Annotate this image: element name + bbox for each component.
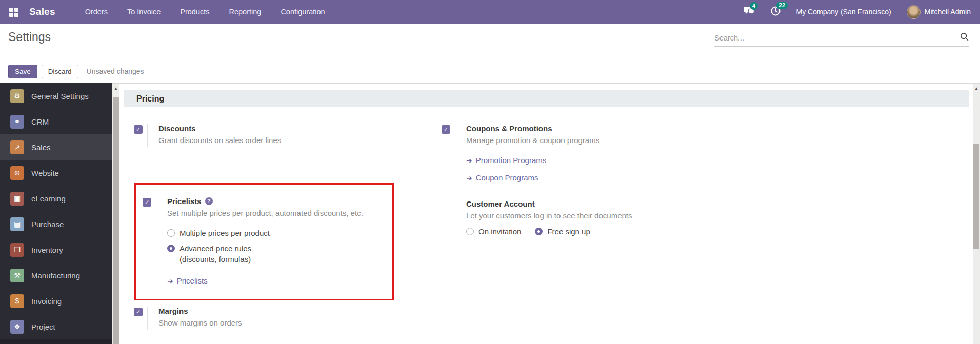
sidebar-item-label: Sales bbox=[31, 143, 51, 152]
nav-item-products[interactable]: Products bbox=[180, 1, 209, 23]
sidebar-item-label: Manufacturing bbox=[31, 271, 80, 280]
setting-margins: ✓ Margins Show margins on orders bbox=[134, 307, 431, 330]
sidebar-item-crm[interactable]: ⚭ CRM bbox=[0, 109, 112, 134]
option-advanced-rules: Advanced price rules bbox=[167, 244, 363, 253]
margins-checkbox[interactable]: ✓ bbox=[134, 308, 143, 316]
purchase-card-icon: ▤ bbox=[10, 217, 24, 231]
multiple-prices-radio[interactable] bbox=[167, 229, 175, 237]
sidebar-item-general-settings[interactable]: ⚙ General Settings bbox=[0, 83, 112, 109]
sidebar-item-label: Project bbox=[31, 322, 55, 331]
settings-content: Pricing ✓ Discounts Grant discounts on s… bbox=[119, 83, 973, 344]
advanced-rules-label: Advanced price rules bbox=[179, 244, 251, 253]
company-switcher[interactable]: My Company (San Francisco) bbox=[796, 8, 891, 16]
search-box bbox=[714, 32, 969, 47]
coupon-programs-link[interactable]: ➜ Coupon Programs bbox=[466, 173, 599, 182]
right-arrow-icon: ➜ bbox=[466, 174, 472, 182]
pricelists-label: Pricelists bbox=[167, 197, 202, 206]
settings-left-column: ✓ Discounts Grant discounts on sales ord… bbox=[124, 124, 431, 330]
sidebar-item-label: CRM bbox=[31, 117, 49, 126]
crm-handshake-icon: ⚭ bbox=[10, 115, 24, 129]
pricelists-checkbox[interactable]: ✓ bbox=[143, 198, 151, 207]
user-name: Mitchell Admin bbox=[925, 8, 971, 16]
sidebar-item-label: eLearning bbox=[31, 194, 66, 203]
page-title: Settings bbox=[8, 30, 51, 44]
messages-badge: 4 bbox=[750, 2, 758, 10]
coupons-desc: Manage promotion & coupon programs bbox=[466, 136, 599, 145]
free-sign-up-radio[interactable] bbox=[535, 228, 543, 235]
sidebar-item-label: Website bbox=[31, 169, 59, 177]
option-multiple-prices: Multiple prices per product bbox=[167, 229, 363, 237]
promotion-programs-link[interactable]: ➜ Promotion Programs bbox=[466, 156, 599, 165]
settings-left-scrollbar[interactable]: ▲ bbox=[112, 83, 119, 344]
activities-badge: 22 bbox=[776, 2, 788, 9]
nav-item-to-invoice[interactable]: To Invoice bbox=[127, 1, 161, 23]
promotion-programs-label: Promotion Programs bbox=[476, 156, 547, 165]
sidebar-item-label: Purchase bbox=[31, 220, 64, 229]
activities-menu[interactable]: 22 bbox=[770, 6, 781, 18]
margins-desc: Show margins on orders bbox=[158, 318, 242, 327]
discounts-label: Discounts bbox=[158, 124, 281, 133]
inventory-box-icon: ❒ bbox=[10, 243, 24, 257]
sidebar-item-sales[interactable]: ↗ Sales bbox=[0, 134, 112, 160]
search-icon[interactable] bbox=[960, 32, 969, 43]
project-puzzle-icon: ❖ bbox=[10, 320, 24, 334]
top-navbar: Sales Orders To Invoice Products Reporti… bbox=[0, 0, 980, 24]
unsaved-changes-status: Unsaved changes bbox=[87, 67, 144, 75]
sidebar-item-elearning[interactable]: ▣ eLearning bbox=[0, 186, 112, 211]
on-invitation-radio[interactable] bbox=[466, 228, 474, 235]
settings-app-sidebar: ⚙ General Settings ⚭ CRM ↗ Sales ⊕ Websi… bbox=[0, 83, 112, 344]
highlight-box: ✓ Pricelists ? Set multiple prices per p… bbox=[134, 183, 394, 300]
sidebar-next-item-partial bbox=[0, 339, 112, 344]
coupons-label: Coupons & Promotions bbox=[466, 124, 599, 133]
nav-item-reporting[interactable]: Reporting bbox=[229, 1, 262, 23]
page-right-scrollbar[interactable]: ▲ bbox=[973, 83, 980, 344]
scroll-up-icon[interactable]: ▲ bbox=[112, 84, 119, 91]
app-brand[interactable]: Sales bbox=[29, 6, 55, 17]
pricelists-link-label: Pricelists bbox=[177, 276, 208, 285]
advanced-rules-radio[interactable] bbox=[167, 245, 175, 252]
manufacturing-wrench-icon: ⚒ bbox=[10, 269, 24, 282]
coupons-checkbox[interactable]: ✓ bbox=[442, 125, 450, 134]
sidebar-item-inventory[interactable]: ❒ Inventory bbox=[0, 237, 112, 262]
sidebar-item-invoicing[interactable]: $ Invoicing bbox=[0, 288, 112, 314]
sidebar-item-manufacturing[interactable]: ⚒ Manufacturing bbox=[0, 262, 112, 288]
discounts-checkbox[interactable]: ✓ bbox=[134, 125, 143, 134]
setting-coupons: ✓ Coupons & Promotions Manage promotion … bbox=[442, 124, 739, 185]
right-arrow-icon: ➜ bbox=[167, 277, 173, 285]
elearning-board-icon: ▣ bbox=[10, 192, 24, 206]
help-icon[interactable]: ? bbox=[205, 197, 213, 205]
customer-account-desc: Let your customers log in to see their d… bbox=[466, 211, 632, 220]
discard-button[interactable]: Discard bbox=[42, 65, 78, 78]
sidebar-item-website[interactable]: ⊕ Website bbox=[0, 160, 112, 186]
nav-menu: Orders To Invoice Products Reporting Con… bbox=[85, 1, 325, 23]
sidebar-item-label: Invoicing bbox=[31, 297, 62, 306]
sidebar-item-label: Inventory bbox=[31, 246, 63, 254]
search-input[interactable] bbox=[714, 34, 960, 42]
save-button[interactable]: Save bbox=[8, 65, 37, 78]
sidebar-item-project[interactable]: ❖ Project bbox=[0, 314, 112, 339]
coupon-programs-label: Coupon Programs bbox=[476, 173, 538, 182]
multiple-prices-label: Multiple prices per product bbox=[179, 229, 270, 237]
scrollbar-thumb[interactable] bbox=[973, 144, 979, 249]
pricelists-desc: Set multiple prices per product, automat… bbox=[167, 209, 363, 217]
apps-menu-icon[interactable] bbox=[9, 8, 18, 16]
user-avatar bbox=[907, 5, 921, 19]
pricelists-link[interactable]: ➜ Pricelists bbox=[167, 276, 363, 285]
invoicing-dollar-doc-icon: $ bbox=[10, 294, 24, 308]
right-arrow-icon: ➜ bbox=[466, 156, 472, 165]
nav-item-orders[interactable]: Orders bbox=[85, 1, 108, 23]
website-globe-icon: ⊕ bbox=[10, 166, 24, 180]
sidebar-item-label: General Settings bbox=[31, 92, 89, 100]
option-free-sign-up: Free sign up bbox=[535, 227, 590, 236]
settings-right-column: ✓ Coupons & Promotions Manage promotion … bbox=[431, 124, 739, 238]
customer-account-label: Customer Account bbox=[466, 199, 632, 208]
user-menu[interactable]: Mitchell Admin bbox=[907, 5, 971, 19]
messages-menu[interactable]: 4 bbox=[744, 6, 755, 18]
scrollbar-thumb[interactable] bbox=[113, 97, 119, 344]
setting-pricelists: ✓ Pricelists ? Set multiple prices per p… bbox=[143, 197, 392, 288]
nav-item-configuration[interactable]: Configuration bbox=[281, 1, 325, 23]
advanced-rules-subnote: (discounts, formulas) bbox=[179, 255, 363, 264]
scroll-up-icon[interactable]: ▲ bbox=[973, 84, 980, 91]
sidebar-item-purchase[interactable]: ▤ Purchase bbox=[0, 211, 112, 237]
setting-customer-account: Customer Account Let your customers log … bbox=[442, 199, 739, 238]
